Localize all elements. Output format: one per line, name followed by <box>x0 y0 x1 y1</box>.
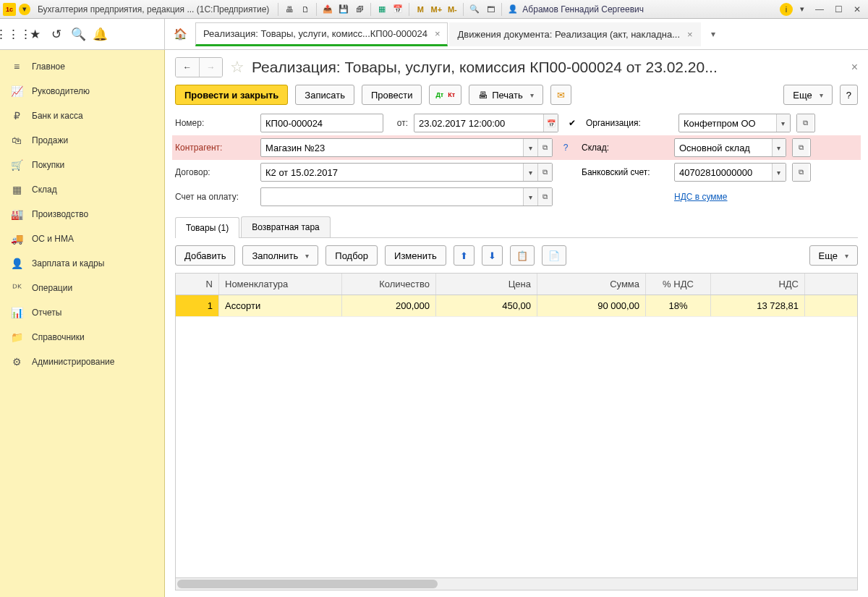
open-icon[interactable]: ⧉ <box>797 114 813 132</box>
dropdown-icon[interactable]: ▾ <box>772 139 786 156</box>
sidebar-item-admin[interactable]: ⚙Администрирование <box>0 350 164 374</box>
table-more-button[interactable]: Еще <box>809 245 858 266</box>
copy-button[interactable]: 📋 <box>510 245 535 266</box>
back-button[interactable]: ← <box>176 58 199 77</box>
dropdown-icon[interactable]: ▾ <box>772 164 786 181</box>
close-tab-icon[interactable]: × <box>687 29 693 40</box>
open-icon[interactable]: ⧉ <box>537 164 552 181</box>
cell-quantity[interactable]: 200,000 <box>342 295 436 316</box>
dtkt-button[interactable]: ДтКт <box>429 85 461 105</box>
counterparty-input[interactable] <box>261 143 523 153</box>
col-price[interactable]: Цена <box>436 274 537 295</box>
col-sum[interactable]: Сумма <box>537 274 646 295</box>
export-icon[interactable]: 📤 <box>321 3 334 16</box>
fill-button[interactable]: Заполнить <box>242 245 318 266</box>
number-field[interactable] <box>260 114 383 132</box>
invoice-field[interactable]: ▾ ⧉ <box>260 187 553 206</box>
col-quantity[interactable]: Количество <box>342 274 436 295</box>
cell-sum[interactable]: 90 000,00 <box>537 295 646 316</box>
sidebar-item-main[interactable]: ≡Главное <box>0 54 164 79</box>
table-row[interactable]: 1 Ассорти 200,000 450,00 90 000,00 18% 1… <box>176 295 857 317</box>
more-button[interactable]: Еще <box>783 85 832 105</box>
col-vat[interactable]: НДС <box>711 274 805 295</box>
save-icon[interactable]: 💾 <box>337 3 350 16</box>
warehouse-open-button[interactable]: ⧉ <box>792 138 811 157</box>
options-icon[interactable]: 🗔 <box>484 3 497 16</box>
sidebar-item-warehouse[interactable]: ▦Склад <box>0 177 164 202</box>
number-input[interactable] <box>261 118 383 129</box>
apps-icon[interactable]: ⋮⋮⋮ <box>6 27 20 41</box>
calendar-icon[interactable]: 📅 <box>391 3 404 16</box>
dropdown-icon[interactable]: ▾ <box>523 188 537 206</box>
sidebar-item-sales[interactable]: 🛍Продажи <box>0 128 164 153</box>
memory-m-button[interactable]: M <box>414 3 427 16</box>
bank-open-button[interactable]: ⧉ <box>792 163 811 182</box>
tab-movements[interactable]: Движения документа: Реализация (акт, нак… <box>449 22 700 46</box>
edit-button[interactable]: Изменить <box>385 245 446 266</box>
select-button[interactable]: Подбор <box>326 245 378 266</box>
contract-field[interactable]: ▾ ⧉ <box>260 163 553 182</box>
tab-realization[interactable]: Реализация: Товары, услуги, комисс...КП0… <box>195 22 448 46</box>
open-icon[interactable]: ⧉ <box>537 139 552 156</box>
col-nomenclature[interactable]: Номенклатура <box>219 274 342 295</box>
org-field[interactable]: ▾ <box>678 114 791 132</box>
bank-field[interactable]: ▾ <box>674 163 786 182</box>
col-n[interactable]: N <box>176 274 219 295</box>
maximize-button[interactable]: ☐ <box>830 4 846 14</box>
close-button[interactable]: ✕ <box>849 4 865 14</box>
sidebar-item-reports[interactable]: 📊Отчеты <box>0 300 164 325</box>
info-dropdown-icon[interactable]: ▾ <box>796 3 809 16</box>
history-icon[interactable]: ↺ <box>49 27 64 41</box>
move-down-button[interactable]: ⬇ <box>482 245 503 266</box>
status-ok-icon[interactable]: ✔ <box>564 118 580 128</box>
sidebar-item-assets[interactable]: 🚚ОС и НМА <box>0 226 164 251</box>
tabs-menu-button[interactable]: ▾ <box>702 29 724 39</box>
home-button[interactable]: 🏠 <box>169 23 191 45</box>
cell-price[interactable]: 450,00 <box>436 295 537 316</box>
move-up-button[interactable]: ⬆ <box>454 245 475 266</box>
date-field[interactable]: 📅 <box>414 114 558 132</box>
col-vat-percent[interactable]: % НДС <box>646 274 711 295</box>
cell-vat[interactable]: 13 728,81 <box>711 295 805 316</box>
calendar-button-icon[interactable]: 📅 <box>543 114 558 132</box>
app-menu-dropdown-icon[interactable]: ▾ <box>19 4 30 15</box>
compare-icon[interactable]: 🗊 <box>353 3 366 16</box>
contract-input[interactable] <box>261 167 523 178</box>
post-and-close-button[interactable]: Провести и закрыть <box>175 85 288 105</box>
dropdown-icon[interactable]: ▾ <box>776 114 790 132</box>
sidebar-item-purchases[interactable]: 🛒Покупки <box>0 153 164 177</box>
counterparty-help-icon[interactable]: ? <box>558 143 573 153</box>
invoice-input[interactable] <box>261 192 523 203</box>
zoom-icon[interactable]: 🔍 <box>468 3 481 16</box>
tab-goods[interactable]: Товары (1) <box>175 217 239 238</box>
sidebar-item-catalogs[interactable]: 📁Справочники <box>0 325 164 350</box>
sidebar-item-hr[interactable]: 👤Зарплата и кадры <box>0 251 164 276</box>
org-input[interactable] <box>679 118 776 129</box>
memory-mplus-button[interactable]: M+ <box>430 3 443 16</box>
warehouse-field[interactable]: ▾ <box>674 138 786 157</box>
post-button[interactable]: Провести <box>362 85 422 105</box>
close-page-icon[interactable]: × <box>851 61 858 74</box>
counterparty-field[interactable]: ▾ ⧉ <box>260 138 553 157</box>
org-open-button[interactable]: ⧉ <box>796 114 815 132</box>
sidebar-item-manager[interactable]: 📈Руководителю <box>0 79 164 103</box>
cell-nomenclature[interactable]: Ассорти <box>219 295 342 316</box>
paste-button[interactable]: 📄 <box>542 245 566 266</box>
notifications-icon[interactable]: 🔔 <box>93 27 107 41</box>
print-button[interactable]: 🖶Печать <box>469 85 543 105</box>
tab-tare[interactable]: Возвратная тара <box>241 216 331 237</box>
add-row-button[interactable]: Добавить <box>175 245 235 266</box>
current-user[interactable]: Абрамов Геннадий Сергеевич <box>522 4 644 14</box>
favorite-toggle-icon[interactable]: ☆ <box>230 58 244 77</box>
dropdown-icon[interactable]: ▾ <box>523 139 537 156</box>
preview-icon[interactable]: 🗋 <box>299 3 312 16</box>
horizontal-scrollbar[interactable] <box>176 577 857 590</box>
bank-input[interactable] <box>675 167 772 178</box>
open-icon[interactable]: ⧉ <box>793 139 809 156</box>
cell-vat-percent[interactable]: 18% <box>646 295 711 316</box>
save-button[interactable]: Записать <box>295 85 354 105</box>
date-input[interactable] <box>414 118 543 129</box>
info-icon[interactable]: i <box>780 3 793 16</box>
calculator-icon[interactable]: ▦ <box>375 3 388 16</box>
minimize-button[interactable]: — <box>812 4 827 14</box>
